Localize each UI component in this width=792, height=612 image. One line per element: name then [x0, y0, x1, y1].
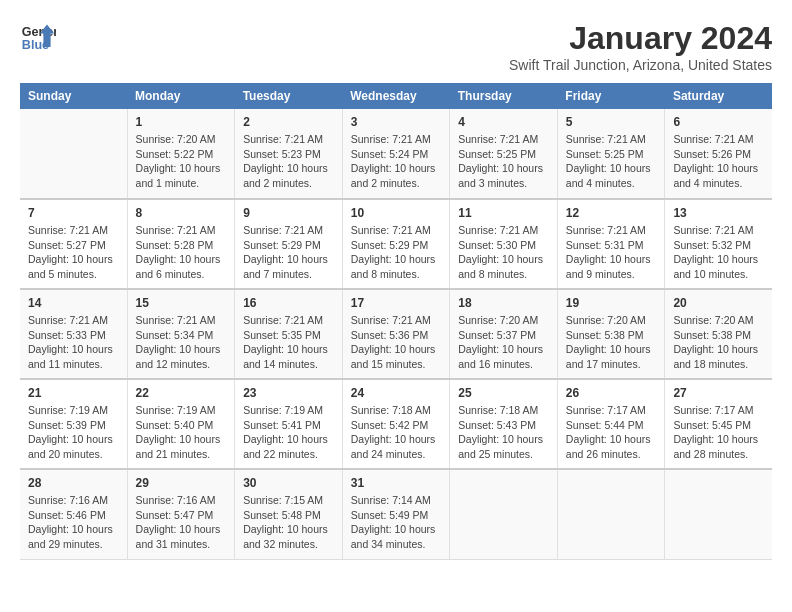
calendar-cell: 12Sunrise: 7:21 AM Sunset: 5:31 PM Dayli…: [557, 199, 665, 289]
day-number: 1: [136, 115, 227, 129]
day-number: 4: [458, 115, 549, 129]
day-number: 18: [458, 296, 549, 310]
day-number: 11: [458, 206, 549, 220]
calendar-cell: 27Sunrise: 7:17 AM Sunset: 5:45 PM Dayli…: [665, 379, 772, 469]
week-row-3: 14Sunrise: 7:21 AM Sunset: 5:33 PM Dayli…: [20, 289, 772, 379]
week-row-4: 21Sunrise: 7:19 AM Sunset: 5:39 PM Dayli…: [20, 379, 772, 469]
day-info: Sunrise: 7:19 AM Sunset: 5:40 PM Dayligh…: [136, 403, 227, 462]
calendar-cell: 1Sunrise: 7:20 AM Sunset: 5:22 PM Daylig…: [127, 109, 235, 199]
calendar-cell: 30Sunrise: 7:15 AM Sunset: 5:48 PM Dayli…: [235, 469, 343, 559]
day-info: Sunrise: 7:21 AM Sunset: 5:33 PM Dayligh…: [28, 313, 119, 372]
calendar-cell: 21Sunrise: 7:19 AM Sunset: 5:39 PM Dayli…: [20, 379, 127, 469]
day-info: Sunrise: 7:20 AM Sunset: 5:38 PM Dayligh…: [673, 313, 764, 372]
calendar-cell: 11Sunrise: 7:21 AM Sunset: 5:30 PM Dayli…: [450, 199, 558, 289]
column-header-wednesday: Wednesday: [342, 83, 450, 109]
day-info: Sunrise: 7:21 AM Sunset: 5:23 PM Dayligh…: [243, 132, 334, 191]
day-info: Sunrise: 7:15 AM Sunset: 5:48 PM Dayligh…: [243, 493, 334, 552]
day-number: 14: [28, 296, 119, 310]
calendar-cell: 29Sunrise: 7:16 AM Sunset: 5:47 PM Dayli…: [127, 469, 235, 559]
calendar-cell: 26Sunrise: 7:17 AM Sunset: 5:44 PM Dayli…: [557, 379, 665, 469]
calendar-cell: 10Sunrise: 7:21 AM Sunset: 5:29 PM Dayli…: [342, 199, 450, 289]
page-header: General Blue January 2024 Swift Trail Ju…: [20, 20, 772, 73]
calendar-cell: 4Sunrise: 7:21 AM Sunset: 5:25 PM Daylig…: [450, 109, 558, 199]
logo: General Blue: [20, 20, 56, 56]
day-number: 12: [566, 206, 657, 220]
calendar-cell: 23Sunrise: 7:19 AM Sunset: 5:41 PM Dayli…: [235, 379, 343, 469]
day-number: 17: [351, 296, 442, 310]
column-header-saturday: Saturday: [665, 83, 772, 109]
day-number: 16: [243, 296, 334, 310]
logo-icon: General Blue: [20, 20, 56, 56]
day-info: Sunrise: 7:18 AM Sunset: 5:42 PM Dayligh…: [351, 403, 442, 462]
day-number: 31: [351, 476, 442, 490]
day-number: 5: [566, 115, 657, 129]
day-number: 15: [136, 296, 227, 310]
day-info: Sunrise: 7:21 AM Sunset: 5:29 PM Dayligh…: [351, 223, 442, 282]
calendar-cell: 2Sunrise: 7:21 AM Sunset: 5:23 PM Daylig…: [235, 109, 343, 199]
day-info: Sunrise: 7:20 AM Sunset: 5:37 PM Dayligh…: [458, 313, 549, 372]
day-info: Sunrise: 7:21 AM Sunset: 5:24 PM Dayligh…: [351, 132, 442, 191]
calendar-cell: 19Sunrise: 7:20 AM Sunset: 5:38 PM Dayli…: [557, 289, 665, 379]
day-info: Sunrise: 7:21 AM Sunset: 5:26 PM Dayligh…: [673, 132, 764, 191]
day-info: Sunrise: 7:21 AM Sunset: 5:25 PM Dayligh…: [458, 132, 549, 191]
column-header-tuesday: Tuesday: [235, 83, 343, 109]
day-number: 25: [458, 386, 549, 400]
week-row-1: 1Sunrise: 7:20 AM Sunset: 5:22 PM Daylig…: [20, 109, 772, 199]
week-row-5: 28Sunrise: 7:16 AM Sunset: 5:46 PM Dayli…: [20, 469, 772, 559]
day-info: Sunrise: 7:20 AM Sunset: 5:22 PM Dayligh…: [136, 132, 227, 191]
calendar-header: SundayMondayTuesdayWednesdayThursdayFrid…: [20, 83, 772, 109]
day-info: Sunrise: 7:18 AM Sunset: 5:43 PM Dayligh…: [458, 403, 549, 462]
calendar-cell: 14Sunrise: 7:21 AM Sunset: 5:33 PM Dayli…: [20, 289, 127, 379]
day-info: Sunrise: 7:21 AM Sunset: 5:25 PM Dayligh…: [566, 132, 657, 191]
day-number: 19: [566, 296, 657, 310]
calendar-cell: 8Sunrise: 7:21 AM Sunset: 5:28 PM Daylig…: [127, 199, 235, 289]
day-info: Sunrise: 7:19 AM Sunset: 5:41 PM Dayligh…: [243, 403, 334, 462]
calendar-cell: 7Sunrise: 7:21 AM Sunset: 5:27 PM Daylig…: [20, 199, 127, 289]
day-number: 21: [28, 386, 119, 400]
day-info: Sunrise: 7:21 AM Sunset: 5:29 PM Dayligh…: [243, 223, 334, 282]
calendar-cell: 31Sunrise: 7:14 AM Sunset: 5:49 PM Dayli…: [342, 469, 450, 559]
day-number: 10: [351, 206, 442, 220]
calendar-cell: 22Sunrise: 7:19 AM Sunset: 5:40 PM Dayli…: [127, 379, 235, 469]
day-info: Sunrise: 7:16 AM Sunset: 5:46 PM Dayligh…: [28, 493, 119, 552]
day-number: 7: [28, 206, 119, 220]
day-info: Sunrise: 7:17 AM Sunset: 5:44 PM Dayligh…: [566, 403, 657, 462]
day-number: 22: [136, 386, 227, 400]
calendar-cell: 24Sunrise: 7:18 AM Sunset: 5:42 PM Dayli…: [342, 379, 450, 469]
header-row: SundayMondayTuesdayWednesdayThursdayFrid…: [20, 83, 772, 109]
calendar-cell: [665, 469, 772, 559]
day-number: 3: [351, 115, 442, 129]
day-info: Sunrise: 7:21 AM Sunset: 5:28 PM Dayligh…: [136, 223, 227, 282]
day-number: 26: [566, 386, 657, 400]
day-info: Sunrise: 7:21 AM Sunset: 5:27 PM Dayligh…: [28, 223, 119, 282]
day-number: 9: [243, 206, 334, 220]
subtitle: Swift Trail Junction, Arizona, United St…: [509, 57, 772, 73]
day-info: Sunrise: 7:17 AM Sunset: 5:45 PM Dayligh…: [673, 403, 764, 462]
calendar-cell: 17Sunrise: 7:21 AM Sunset: 5:36 PM Dayli…: [342, 289, 450, 379]
day-number: 13: [673, 206, 764, 220]
calendar-cell: 5Sunrise: 7:21 AM Sunset: 5:25 PM Daylig…: [557, 109, 665, 199]
calendar-cell: [450, 469, 558, 559]
day-number: 23: [243, 386, 334, 400]
calendar-cell: 20Sunrise: 7:20 AM Sunset: 5:38 PM Dayli…: [665, 289, 772, 379]
calendar-cell: 15Sunrise: 7:21 AM Sunset: 5:34 PM Dayli…: [127, 289, 235, 379]
day-number: 29: [136, 476, 227, 490]
day-number: 28: [28, 476, 119, 490]
title-section: January 2024 Swift Trail Junction, Arizo…: [509, 20, 772, 73]
calendar-cell: 6Sunrise: 7:21 AM Sunset: 5:26 PM Daylig…: [665, 109, 772, 199]
day-number: 8: [136, 206, 227, 220]
calendar-body: 1Sunrise: 7:20 AM Sunset: 5:22 PM Daylig…: [20, 109, 772, 559]
calendar-cell: 18Sunrise: 7:20 AM Sunset: 5:37 PM Dayli…: [450, 289, 558, 379]
main-title: January 2024: [509, 20, 772, 57]
column-header-friday: Friday: [557, 83, 665, 109]
column-header-sunday: Sunday: [20, 83, 127, 109]
day-info: Sunrise: 7:21 AM Sunset: 5:35 PM Dayligh…: [243, 313, 334, 372]
day-info: Sunrise: 7:21 AM Sunset: 5:36 PM Dayligh…: [351, 313, 442, 372]
day-info: Sunrise: 7:21 AM Sunset: 5:32 PM Dayligh…: [673, 223, 764, 282]
day-number: 24: [351, 386, 442, 400]
week-row-2: 7Sunrise: 7:21 AM Sunset: 5:27 PM Daylig…: [20, 199, 772, 289]
day-number: 20: [673, 296, 764, 310]
calendar-cell: 3Sunrise: 7:21 AM Sunset: 5:24 PM Daylig…: [342, 109, 450, 199]
day-info: Sunrise: 7:20 AM Sunset: 5:38 PM Dayligh…: [566, 313, 657, 372]
day-info: Sunrise: 7:21 AM Sunset: 5:31 PM Dayligh…: [566, 223, 657, 282]
